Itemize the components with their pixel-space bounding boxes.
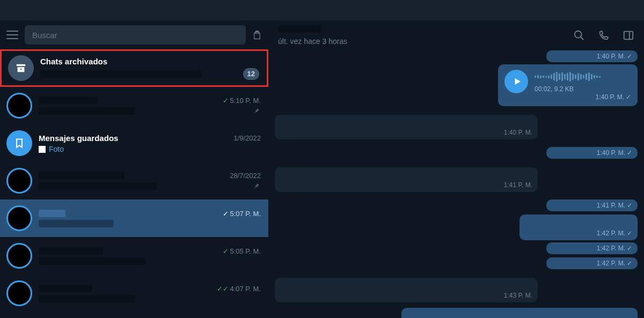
- chat-list: Chats archivados 12 ✓5:10 P. M.: [0, 49, 268, 318]
- redacted-text: [39, 285, 92, 292]
- message-time: 1:42 P. M.✓: [552, 245, 632, 252]
- search-icon[interactable]: [573, 29, 585, 41]
- message-in[interactable]: 1:40 P. M.: [275, 115, 538, 139]
- chat-time: ✓5:05 P. M.: [223, 247, 261, 255]
- check-icon: ✓: [627, 245, 632, 252]
- titlebar: [0, 0, 644, 20]
- search-placeholder: Buscar: [32, 31, 57, 40]
- chat-time: ✓✓4:07 P. M.: [217, 285, 261, 293]
- message-time: 1:40 P. M.✓: [552, 53, 632, 60]
- svg-rect-0: [17, 64, 26, 66]
- message-time: 1:43 P. M.: [504, 292, 532, 299]
- redacted-text: [39, 247, 103, 255]
- avatar: [6, 168, 32, 194]
- voice-meta: 00:02, 9.2 KB: [535, 85, 601, 93]
- avatar: [6, 243, 32, 269]
- chat-row[interactable]: ✓5:10 P. M.: [0, 87, 268, 124]
- message-time: 1:42 P. M.✓: [597, 230, 632, 237]
- chat-row[interactable]: ✓5:05 P. M.: [0, 237, 268, 275]
- redacted-text: [39, 295, 135, 302]
- waveform[interactable]: [535, 70, 601, 83]
- check-icon: ✓: [626, 93, 631, 101]
- redacted-text: [278, 25, 321, 33]
- message-out[interactable]: 1:40 P. M.✓: [546, 50, 638, 62]
- saved-label: Mensajes guardados: [39, 134, 118, 143]
- avatar: [6, 280, 32, 306]
- sidebar-toggle-icon[interactable]: [623, 29, 634, 41]
- bookmark-icon: [6, 130, 32, 156]
- chat-row[interactable]: 28/7/2022: [0, 162, 268, 199]
- redacted-text: [39, 97, 98, 104]
- avatar: [6, 205, 32, 231]
- photo-thumb-icon: [39, 146, 46, 153]
- check-icon: ✓: [627, 230, 632, 237]
- chat-preview: Foto: [39, 145, 64, 153]
- check-icon: ✓: [223, 97, 229, 105]
- archived-chats-row[interactable]: Chats archivados 12: [0, 49, 268, 87]
- svg-point-1: [575, 31, 582, 38]
- message-list: 1:40 P. M.✓ 00:02, 9.2 KB 1:40 P. M.✓: [268, 50, 644, 318]
- check-icon: ✓: [223, 210, 229, 218]
- chat-header: últ. vez hace 3 horas: [268, 20, 644, 50]
- double-check-icon: ✓✓: [217, 285, 229, 293]
- lock-icon[interactable]: [252, 30, 262, 40]
- saved-messages-row[interactable]: Mensajes guardados 1/9/2022 Foto: [0, 124, 268, 162]
- redacted-text: [39, 107, 135, 115]
- check-icon: ✓: [627, 260, 632, 267]
- message-time: 1:40 P. M.✓: [552, 149, 632, 157]
- archived-label: Chats archivados: [40, 57, 107, 66]
- check-icon: ✓: [223, 247, 229, 255]
- redacted-text: [39, 220, 114, 227]
- message-time: 1:41 P. M.✓: [552, 202, 632, 209]
- search-input[interactable]: Buscar: [25, 25, 246, 45]
- archived-count-badge: 12: [243, 68, 259, 80]
- svg-rect-2: [624, 32, 633, 40]
- message-out[interactable]: [401, 308, 638, 318]
- message-time: 1:42 P. M.✓: [552, 260, 632, 267]
- message-out[interactable]: 1:42 P. M.✓: [546, 257, 638, 269]
- message-out[interactable]: 1:40 P. M.✓: [546, 147, 638, 159]
- check-icon: ✓: [627, 202, 632, 209]
- chat-row[interactable]: ✓✓4:07 P. M.: [0, 275, 268, 312]
- avatar: [6, 93, 32, 119]
- message-out[interactable]: 1:42 P. M.✓: [519, 215, 638, 240]
- archive-icon: [8, 55, 34, 81]
- message-in[interactable]: 1:41 P. M.: [275, 167, 538, 192]
- chat-row[interactable]: ✓5:07 P. M.: [0, 199, 268, 237]
- redacted-text: [40, 70, 201, 78]
- chat-time: 28/7/2022: [230, 172, 261, 180]
- call-icon[interactable]: [598, 29, 610, 41]
- chat-time: ✓5:10 P. M.: [223, 97, 261, 105]
- message-time: 1:40 P. M.✓: [504, 93, 631, 101]
- chat-time: ✓5:07 P. M.: [223, 210, 261, 218]
- play-button[interactable]: [504, 70, 528, 93]
- check-icon: ✓: [627, 53, 632, 60]
- message-time: 1:40 P. M.: [504, 129, 532, 136]
- message-out[interactable]: 1:41 P. M.✓: [546, 199, 638, 211]
- voice-message[interactable]: 00:02, 9.2 KB 1:40 P. M.✓: [498, 64, 638, 106]
- menu-icon[interactable]: [6, 31, 18, 39]
- pin-icon: [252, 182, 261, 190]
- message-in[interactable]: 1:43 P. M.: [275, 278, 538, 302]
- chat-time: 1/9/2022: [233, 134, 261, 142]
- last-seen-status: últ. vez hace 3 horas: [278, 37, 347, 46]
- chat-pane: últ. vez hace 3 horas 1:40 P. M.✓: [268, 20, 644, 318]
- sidebar: Buscar Chats archivados 12: [0, 20, 268, 318]
- message-time: 1:41 P. M.: [504, 181, 532, 189]
- message-out[interactable]: 1:42 P. M.✓: [546, 242, 638, 254]
- check-icon: ✓: [627, 149, 632, 157]
- redacted-text: [39, 182, 157, 190]
- pin-icon: [252, 107, 261, 115]
- redacted-text: [39, 257, 146, 265]
- redacted-text: [39, 172, 125, 179]
- redacted-text: [39, 210, 65, 217]
